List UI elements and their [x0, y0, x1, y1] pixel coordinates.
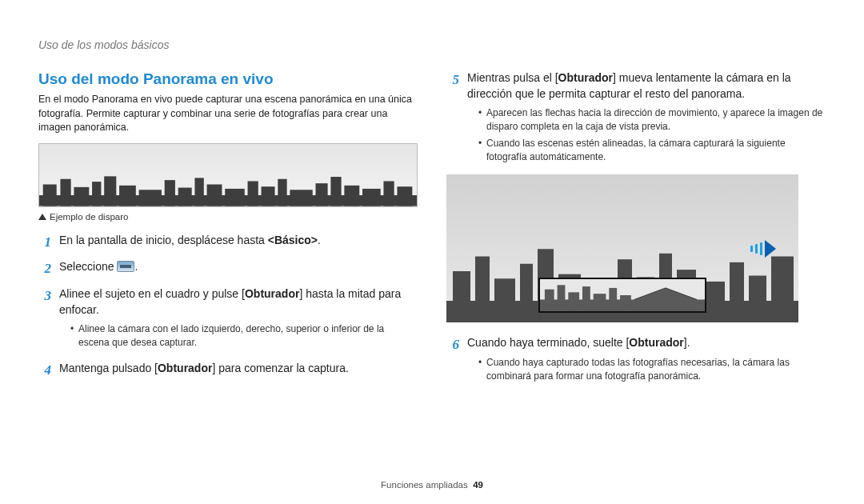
step-2: 2 Seleccione .: [38, 259, 418, 278]
svg-rect-21: [383, 181, 394, 206]
svg-rect-43: [568, 293, 579, 312]
svg-rect-17: [316, 183, 328, 206]
svg-rect-14: [262, 186, 275, 206]
step-3: 3 Alinee el sujeto en el cuadro y pulse …: [38, 286, 418, 353]
svg-rect-3: [74, 187, 89, 206]
svg-rect-46: [609, 288, 617, 311]
step-number: 5: [446, 70, 459, 166]
svg-rect-19: [344, 186, 359, 206]
caption-text: Ejemplo de disparo: [50, 212, 128, 222]
footer-label: Funciones ampliadas: [381, 480, 468, 490]
svg-rect-7: [139, 190, 162, 206]
svg-rect-24: [453, 271, 470, 323]
svg-rect-6: [119, 186, 136, 206]
svg-rect-41: [545, 290, 554, 311]
step-1: 1 En la pantalla de inicio, desplácese h…: [38, 233, 418, 252]
svg-rect-9: [178, 188, 192, 206]
right-column: 5 Mientras pulsa el [Obturador] mueva le…: [446, 70, 826, 394]
step-text: Mantenga pulsado [: [59, 362, 158, 374]
triangle-up-icon: [38, 214, 46, 220]
svg-rect-13: [248, 181, 258, 206]
svg-rect-22: [397, 186, 412, 206]
svg-rect-38: [771, 256, 794, 322]
svg-rect-36: [730, 262, 744, 323]
svg-rect-27: [520, 263, 533, 322]
svg-rect-11: [207, 184, 222, 206]
svg-rect-2: [60, 179, 70, 206]
step-bold: Obturador: [629, 336, 683, 349]
step-text: Cuando haya terminado, suelte [: [467, 336, 629, 349]
step-text: ] para comenzar la captura.: [212, 362, 348, 374]
svg-rect-5: [104, 176, 116, 206]
left-column: Uso del modo Panorama en vivo En el modo…: [38, 70, 418, 394]
svg-rect-12: [225, 189, 245, 206]
step-number: 1: [38, 233, 51, 252]
content-columns: Uso del modo Panorama en vivo En el modo…: [38, 70, 826, 394]
step-5-sub-1: Aparecen las flechas hacia la dirección …: [478, 106, 826, 134]
section-title: Uso del modo Panorama en vivo: [38, 70, 418, 88]
running-head: Uso de los modos básicos: [38, 38, 826, 51]
step-4: 4 Mantenga pulsado [Obturador] para come…: [38, 361, 418, 380]
step-bold: Obturador: [558, 71, 613, 84]
step-bold: Obturador: [158, 362, 212, 374]
panorama-example-image: [38, 143, 418, 207]
step-number: 3: [38, 286, 51, 353]
step-text: Mientras pulsa el [: [467, 71, 558, 84]
step-6-sublist: Cuando haya capturado todas las fotograf…: [467, 356, 826, 383]
page-number: 49: [473, 480, 483, 490]
panorama-mode-icon: [117, 261, 134, 272]
step-5-sub-2: Cuando las escenas estén alineadas, la c…: [478, 137, 826, 164]
step-6: 6 Cuando haya terminado, suelte [Obturad…: [446, 335, 826, 386]
panorama-capture-strip: [538, 278, 706, 313]
svg-rect-4: [92, 182, 101, 206]
steps-right: 5 Mientras pulsa el [Obturador] mueva le…: [446, 70, 826, 166]
step-bold: <Básico>: [268, 234, 318, 246]
step-5: 5 Mientras pulsa el [Obturador] mueva le…: [446, 70, 826, 166]
svg-rect-44: [582, 286, 590, 311]
step-number: 2: [38, 259, 51, 278]
svg-rect-47: [620, 295, 631, 311]
step-3-sublist: Alinee la cámara con el lado izquierdo, …: [59, 322, 418, 350]
manual-page: Uso de los modos básicos Uso del modo Pa…: [0, 0, 864, 504]
step-text: Seleccione: [59, 260, 117, 273]
page-footer: Funciones ampliadas 49: [0, 480, 864, 490]
step-6-sub-1: Cuando haya capturado todas las fotograf…: [478, 356, 826, 383]
svg-rect-16: [290, 190, 312, 206]
svg-rect-26: [494, 278, 515, 323]
svg-rect-18: [330, 177, 341, 206]
svg-rect-10: [194, 178, 203, 206]
step-text: En la pantalla de inicio, desplácese has…: [59, 234, 268, 246]
intro-paragraph: En el modo Panorama en vivo puede captur…: [38, 93, 418, 135]
step-3-sub-1: Alinee la cámara con el lado izquierdo, …: [70, 322, 418, 350]
svg-rect-42: [558, 286, 566, 312]
step-text: ].: [684, 336, 690, 349]
step-bold: Obturador: [245, 287, 299, 300]
svg-rect-45: [594, 294, 606, 312]
step-text: .: [318, 234, 321, 246]
steps-right-continued: 6 Cuando haya terminado, suelte [Obturad…: [446, 335, 826, 386]
svg-rect-8: [165, 180, 175, 206]
steps-left: 1 En la pantalla de inicio, desplácese h…: [38, 233, 418, 380]
direction-arrow-icon: [750, 240, 776, 258]
step-5-sublist: Aparecen las flechas hacia la dirección …: [467, 106, 826, 163]
svg-rect-25: [475, 256, 490, 322]
step-text: Alinee el sujeto en el cuadro y pulse [: [59, 287, 245, 300]
svg-rect-37: [749, 275, 766, 322]
svg-rect-20: [362, 189, 381, 206]
example-caption: Ejemplo de disparo: [38, 212, 418, 222]
svg-rect-15: [278, 179, 286, 206]
panorama-preview-image: [446, 174, 798, 322]
step-number: 4: [38, 361, 51, 380]
svg-rect-1: [43, 184, 57, 206]
step-text: .: [134, 260, 138, 273]
step-number: 6: [446, 335, 459, 386]
